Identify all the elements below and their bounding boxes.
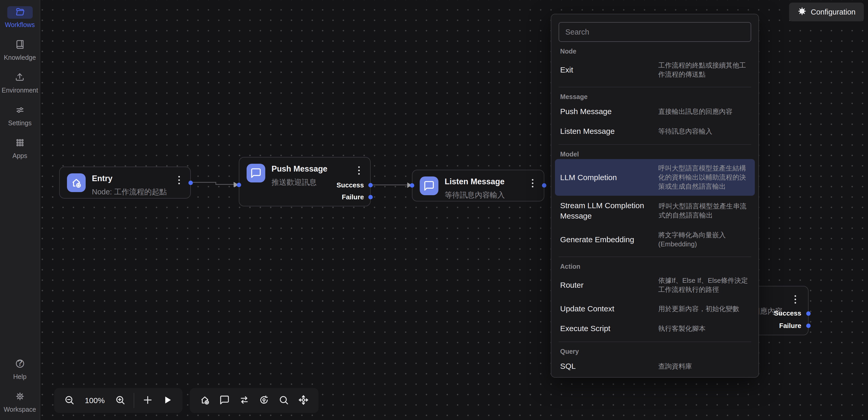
sidebar-item-label: Environment xyxy=(2,87,38,94)
node-tools-toolbar xyxy=(190,388,318,413)
divider xyxy=(559,144,751,145)
catalog-item-title: SQL xyxy=(560,361,576,371)
node-catalog-panel: Node Exit 工作流程的終點或接續其他工作流程的傳送點 Message P… xyxy=(551,14,759,377)
zoom-toolbar: 100% xyxy=(54,388,183,413)
catalog-item-sql[interactable]: SQL 查詢資料庫 xyxy=(551,356,758,376)
message-square-icon xyxy=(420,176,438,195)
catalog-item-update-context[interactable]: Update Context 用於更新內容，初始化變數 xyxy=(551,299,758,319)
input-port[interactable] xyxy=(410,183,414,188)
sidebar-item-knowledge[interactable]: Knowledge xyxy=(4,39,36,61)
catalog-item-desc: 等待訊息內容輸入 xyxy=(658,127,750,136)
catalog-item-desc: 將文字轉化為向量嵌入(Embedding) xyxy=(658,230,750,249)
catalog-item-retrieve-knowledge[interactable]: Retrieve Knowledge 透過自然語言檢索知識庫 xyxy=(551,376,758,377)
fit-view-button[interactable] xyxy=(293,391,313,410)
output-port-success[interactable] xyxy=(368,183,373,187)
add-message-node-button[interactable] xyxy=(215,391,235,410)
section-header-node: Node xyxy=(560,48,750,55)
workflow-editor: Entry Node: 工作流程的起點 Push Message 推送歡迎訊息 … xyxy=(0,0,868,420)
zoom-level: 100% xyxy=(84,396,106,405)
catalog-item-title: Execute Script xyxy=(560,323,610,334)
add-router-node-button[interactable] xyxy=(235,391,254,410)
divider xyxy=(559,256,751,257)
catalog-item-exit[interactable]: Exit 工作流程的終點或接續其他工作流程的傳送點 xyxy=(551,56,758,84)
sidebar-item-label: Workflows xyxy=(5,21,35,29)
home-plus-icon xyxy=(199,395,210,406)
output-port-failure[interactable] xyxy=(368,195,373,199)
configuration-label: Configuration xyxy=(811,8,856,17)
section-header-action: Action xyxy=(560,263,750,270)
output-label-success: Success xyxy=(774,309,801,317)
sidebar: Workflows Knowledge Environment Settings xyxy=(0,0,40,420)
search-input[interactable] xyxy=(559,22,751,42)
zoom-in-icon xyxy=(115,395,125,406)
catalog-item-title: Stream LLM Completion Message xyxy=(560,200,659,221)
message-square-icon xyxy=(219,395,230,406)
sidebar-item-help[interactable]: ? Help xyxy=(7,358,33,381)
catalog-item-desc: 工作流程的終點或接續其他工作流程的傳送點 xyxy=(658,61,750,79)
gear-icon xyxy=(797,6,807,18)
node-entry[interactable]: Entry Node: 工作流程的起點 xyxy=(59,167,191,199)
book-icon xyxy=(15,40,25,51)
node-subtitle: 推送歡迎訊息 xyxy=(272,177,317,188)
input-port[interactable] xyxy=(237,183,241,187)
catalog-item-router[interactable]: Router 依據If、Else If、Else條件決定工作流程執行的路徑 xyxy=(551,271,758,299)
catalog-item-desc: 執行客製化腳本 xyxy=(658,324,750,333)
node-menu-kebab-icon[interactable] xyxy=(531,178,534,189)
sidebar-item-label: Knowledge xyxy=(4,54,36,61)
node-listen-message[interactable]: Listen Message 等待訊息內容輸入 xyxy=(412,170,544,201)
output-port-success[interactable] xyxy=(806,311,811,316)
node-menu-kebab-icon[interactable] xyxy=(794,294,797,305)
output-port-failure[interactable] xyxy=(806,324,811,328)
catalog-item-title: Listen Message xyxy=(560,126,615,136)
help-circle-icon: ? xyxy=(15,359,25,370)
catalog-item-desc: 呼叫大型語言模型並產生結構化的資料輸出以輔助流程的決策或生成自然語言輸出 xyxy=(658,164,750,191)
output-port[interactable] xyxy=(542,183,547,188)
output-port[interactable] xyxy=(188,180,193,185)
sidebar-item-settings[interactable]: Settings xyxy=(7,105,33,127)
divider xyxy=(559,87,751,87)
run-workflow-button[interactable] xyxy=(158,391,177,410)
catalog-item-title: Update Context xyxy=(560,304,614,314)
catalog-item-desc: 查詢資料庫 xyxy=(658,362,750,371)
catalog-item-generate-embedding[interactable]: Generate Embedding 將文字轉化為向量嵌入(Embedding) xyxy=(551,226,758,253)
sidebar-item-environment[interactable]: Environment xyxy=(2,72,38,94)
node-menu-kebab-icon[interactable] xyxy=(177,175,181,185)
zoom-in-button[interactable] xyxy=(110,391,130,410)
configuration-button[interactable]: Configuration xyxy=(789,3,864,21)
output-label-failure: Failure xyxy=(342,193,364,201)
node-subtitle: Node: 工作流程的起點 xyxy=(92,187,167,197)
catalog-item-title: LLM Completion xyxy=(560,172,617,183)
sidebar-item-apps[interactable]: Apps xyxy=(7,137,33,160)
search-nodes-button[interactable] xyxy=(274,391,293,410)
upload-icon xyxy=(15,73,24,83)
edge-entry-to-push2 xyxy=(215,184,234,185)
gear-icon xyxy=(15,392,25,402)
zoom-out-icon xyxy=(64,395,74,406)
node-menu-kebab-icon[interactable] xyxy=(357,165,361,176)
output-label-success: Success xyxy=(336,181,364,189)
catalog-item-llm-completion[interactable]: LLM Completion 呼叫大型語言模型並產生結構化的資料輸出以輔助流程的… xyxy=(555,159,755,196)
output-label-failure: Failure xyxy=(779,322,801,330)
add-node-button[interactable] xyxy=(138,391,158,410)
sidebar-item-label: Settings xyxy=(8,119,31,127)
section-header-query: Query xyxy=(560,348,750,355)
catalog-item-title: Exit xyxy=(560,65,573,75)
lightbulb-refresh-icon xyxy=(259,395,269,406)
catalog-item-listen-message[interactable]: Listen Message 等待訊息內容輸入 xyxy=(551,121,758,141)
zoom-out-button[interactable] xyxy=(59,391,79,410)
sidebar-item-label: Apps xyxy=(12,152,27,160)
sidebar-item-workflows[interactable]: Workflows xyxy=(5,6,35,29)
add-entry-node-button[interactable] xyxy=(195,391,215,410)
folder-open-icon xyxy=(15,7,25,18)
node-push-message[interactable]: Push Message 推送歡迎訊息 Success Failure xyxy=(239,157,371,206)
catalog-item-push-message[interactable]: Push Message 直接輸出訊息的回應內容 xyxy=(551,102,758,121)
node-subtitle: 等待訊息內容輸入 xyxy=(445,190,505,200)
node-title: Entry xyxy=(92,174,113,183)
catalog-item-stream-llm-completion[interactable]: Stream LLM Completion Message 呼叫大型語言模型並產… xyxy=(551,196,758,226)
add-llm-node-button[interactable] xyxy=(254,391,274,410)
node-title: Push Message xyxy=(272,164,327,174)
catalog-item-title: Generate Embedding xyxy=(560,234,634,245)
catalog-item-desc: 用於更新內容，初始化變數 xyxy=(658,304,750,313)
sidebar-item-workspace[interactable]: Workspace xyxy=(4,391,36,413)
catalog-item-execute-script[interactable]: Execute Script 執行客製化腳本 xyxy=(551,319,758,338)
